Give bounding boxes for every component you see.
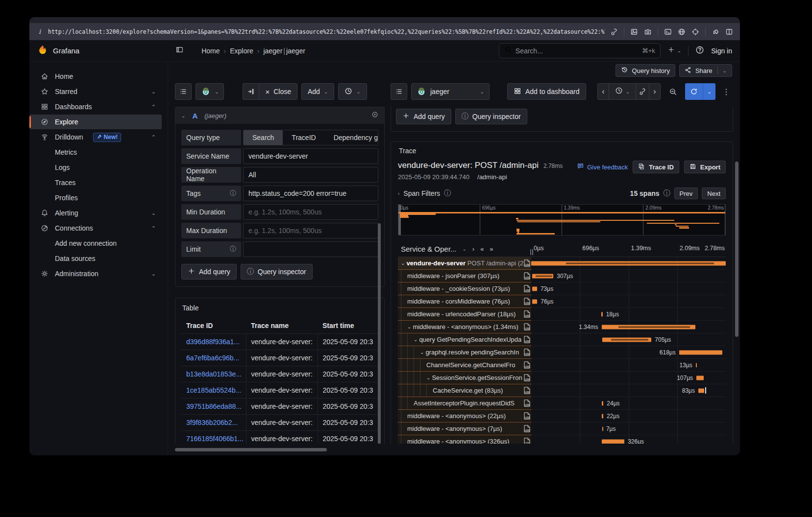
share-button[interactable]: Share ⌄ bbox=[679, 64, 732, 77]
chevron-down-icon[interactable]: ⌄ bbox=[426, 375, 430, 380]
query-inspector-button-left[interactable]: ⓘQuery inspector bbox=[241, 264, 313, 280]
query-type-dependency-graph[interactable]: Dependency graph bbox=[325, 130, 378, 145]
span-name[interactable]: middleware - corsMiddleware (76µs)LOG bbox=[398, 295, 531, 308]
horizontal-scrollbar[interactable] bbox=[175, 448, 327, 451]
span-timeline[interactable]: 107µs bbox=[531, 372, 726, 384]
split-view-icon[interactable] bbox=[725, 28, 733, 36]
span-name[interactable]: middleware - <anonymous> (326µs)LOG bbox=[398, 435, 531, 444]
split-open-icon[interactable] bbox=[243, 83, 259, 100]
span-timeline[interactable]: 618µs bbox=[531, 346, 726, 359]
page-info-icon[interactable]: i bbox=[36, 28, 43, 35]
log-icon[interactable]: LOG bbox=[524, 387, 530, 394]
datasource-picker-left[interactable]: ⌄ bbox=[196, 83, 224, 100]
span-name[interactable]: ⌄graphql.resolve pendingSearchInLOG bbox=[398, 346, 531, 359]
sidebar-item-data-sources[interactable]: Data sources bbox=[29, 251, 162, 266]
field-input-limit[interactable] bbox=[243, 241, 378, 257]
field-input-tags[interactable]: http.status_code=200 error=true bbox=[243, 186, 378, 201]
run-query-button[interactable]: ⌄ bbox=[685, 83, 715, 100]
kebab-menu-icon[interactable]: ⋮ bbox=[719, 87, 733, 96]
log-icon[interactable]: LOG bbox=[524, 438, 530, 444]
field-input-max-duration[interactable]: e.g. 1.2s, 100ms, 500us bbox=[243, 223, 378, 238]
trace-minimap[interactable]: 0µs696µs1.39ms2.09ms2.78ms bbox=[398, 204, 726, 235]
trace-id-link[interactable]: 3f9f836b206b2... bbox=[186, 419, 238, 426]
span-bar[interactable] bbox=[696, 363, 697, 367]
next-button[interactable]: Next bbox=[702, 188, 726, 199]
sidebar-item-profiles[interactable]: Profiles bbox=[29, 190, 162, 205]
span-timeline[interactable]: 83µs bbox=[531, 384, 726, 397]
log-icon[interactable]: LOG bbox=[524, 374, 530, 381]
collapse-all-icon[interactable]: « bbox=[480, 245, 484, 253]
give-feedback-link[interactable]: Give feedback bbox=[577, 163, 628, 171]
add-to-dashboard-button[interactable]: Add to dashboard bbox=[507, 83, 586, 100]
log-icon[interactable]: LOG bbox=[524, 285, 530, 292]
trace-id-link[interactable]: d396d88f936a1... bbox=[186, 338, 240, 346]
breadcrumb-explore[interactable]: Explore bbox=[230, 47, 253, 55]
sidebar-item-add-new-connection[interactable]: Add new connection bbox=[29, 236, 162, 251]
span-name[interactable]: ChannelService.getChannelFroLOG bbox=[398, 359, 531, 372]
field-input-service-name[interactable]: vendure-dev-server bbox=[243, 148, 378, 164]
time-shift-back-icon[interactable]: ‹ bbox=[597, 83, 609, 100]
chevron-down-icon[interactable]: ⌄ bbox=[420, 350, 424, 355]
export-button[interactable]: Export bbox=[684, 161, 726, 173]
copy-time-link-icon[interactable] bbox=[636, 83, 649, 100]
sidebar-item-traces[interactable]: Traces bbox=[29, 175, 162, 190]
expand-all-icon[interactable]: » bbox=[490, 245, 493, 253]
query-type-search[interactable]: Search bbox=[244, 130, 283, 145]
prev-button[interactable]: Prev bbox=[674, 188, 698, 199]
sidebar-item-home[interactable]: Home bbox=[29, 69, 162, 84]
new-button[interactable]: ⌄ bbox=[667, 46, 681, 55]
span-timeline[interactable]: 705µs bbox=[531, 333, 726, 346]
span-bar[interactable] bbox=[532, 274, 554, 278]
time-picker-left[interactable]: ⌄ bbox=[338, 83, 367, 100]
span-name[interactable]: ⌄SessionService.getSessionFronLOG bbox=[398, 372, 531, 384]
log-icon[interactable]: LOG bbox=[524, 412, 530, 420]
chevron-right-icon[interactable]: › bbox=[472, 245, 474, 253]
globe-icon[interactable] bbox=[678, 28, 686, 36]
log-icon[interactable]: LOG bbox=[524, 349, 530, 356]
span-bar[interactable] bbox=[532, 299, 538, 304]
span-bar[interactable] bbox=[679, 350, 722, 354]
span-name[interactable]: middleware - <anonymous> (22µs)LOG bbox=[398, 410, 531, 423]
query-type-traceid[interactable]: TraceID bbox=[283, 130, 324, 145]
help-icon[interactable] bbox=[695, 46, 704, 56]
time-shift-forward-icon[interactable]: › bbox=[649, 83, 661, 100]
column-header-trace-id[interactable]: Trace ID bbox=[181, 318, 246, 334]
copy-link-icon[interactable] bbox=[610, 28, 618, 36]
span-timeline[interactable]: 73µs bbox=[531, 282, 726, 295]
log-icon[interactable]: LOG bbox=[524, 298, 530, 305]
sidebar-item-administration[interactable]: Administration⌄ bbox=[29, 266, 162, 281]
trace-id-link[interactable]: 1ce185ab5524b... bbox=[186, 386, 241, 394]
url-bar[interactable]: http://localhost:3200/explore?schemaVers… bbox=[48, 28, 605, 35]
span-name[interactable]: middleware - <anonymous> (7µs)LOG bbox=[398, 423, 531, 435]
field-input-min-duration[interactable]: e.g. 1.2s, 100ms, 500us bbox=[243, 204, 378, 220]
sidebar-item-alerting[interactable]: Alerting⌄ bbox=[29, 206, 162, 220]
span-timeline[interactable]: 1.34ms bbox=[531, 321, 726, 333]
add-query-button-right[interactable]: Add query bbox=[396, 109, 451, 124]
log-icon[interactable]: LOG bbox=[524, 336, 530, 343]
span-bar[interactable] bbox=[531, 261, 726, 265]
span-timeline[interactable]: 326µs bbox=[531, 435, 726, 444]
span-timeline[interactable]: 22µs bbox=[531, 410, 726, 423]
crosshair-icon[interactable] bbox=[691, 28, 699, 36]
image-icon[interactable] bbox=[630, 28, 638, 36]
trace-id-link[interactable]: b13e8da01853e... bbox=[186, 370, 242, 378]
span-bar[interactable] bbox=[602, 325, 695, 329]
span-timeline[interactable]: 24µs bbox=[531, 397, 726, 410]
span-name[interactable]: middleware - _cookieSession (73µs)LOG bbox=[398, 282, 531, 295]
extensions-icon[interactable] bbox=[712, 28, 719, 36]
left-pane-scrollbar[interactable] bbox=[378, 223, 381, 444]
add-query-button-left[interactable]: Add query bbox=[181, 264, 237, 280]
camera-icon[interactable] bbox=[644, 28, 652, 36]
span-bar[interactable] bbox=[696, 376, 704, 380]
span-filters-toggle[interactable]: › Span Filters ⓘ bbox=[398, 189, 451, 198]
span-name[interactable]: middleware - jsonParser (307µs)LOG bbox=[398, 270, 531, 282]
log-icon[interactable]: LOG bbox=[524, 425, 530, 432]
span-name[interactable]: ⌄query GetPendingSearchIndexUpdaLOG bbox=[398, 333, 531, 346]
grafana-logo[interactable] bbox=[37, 45, 48, 57]
chevron-down-icon[interactable]: ⌄ bbox=[407, 324, 411, 329]
sign-in-button[interactable]: Sign in bbox=[711, 47, 732, 55]
sidebar-item-logs[interactable]: Logs bbox=[29, 160, 162, 175]
breadcrumb-home[interactable]: Home bbox=[201, 47, 220, 55]
log-icon[interactable]: LOG bbox=[524, 272, 530, 280]
column-header-trace-name[interactable]: Trace name bbox=[246, 318, 318, 334]
